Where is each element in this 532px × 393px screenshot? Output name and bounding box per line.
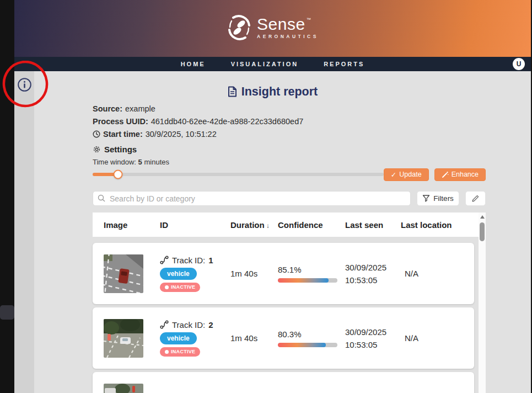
filter-funnel-icon	[422, 195, 430, 202]
col-last-location[interactable]: Last location	[401, 220, 479, 230]
category-badge[interactable]: vehicle	[160, 332, 197, 344]
id-cell: Track ID: 1 vehicle INACTIVE	[160, 256, 230, 292]
page-content: Insight report Source: example Process U…	[14, 71, 531, 393]
track-row-card[interactable]: Track ID: 2 vehicle INACTIVE 1m 40s 80.3…	[93, 307, 474, 369]
col-image[interactable]: Image	[104, 220, 160, 230]
last-location-cell: N/A	[401, 269, 474, 278]
clock-icon	[93, 130, 100, 138]
confidence-cell: 80.3%	[278, 330, 345, 347]
search-toolbar: Filters	[93, 191, 486, 206]
search-box	[93, 191, 411, 206]
route-track-icon	[160, 320, 169, 329]
col-confidence[interactable]: Confidence	[278, 220, 345, 230]
brand-name: Sense	[257, 15, 305, 33]
desktop-edge-thumb	[0, 305, 14, 320]
last-seen-date: 30/09/2025	[345, 326, 401, 338]
search-icon	[98, 194, 105, 204]
uuid-label: Process UUID:	[93, 117, 148, 126]
track-id-value: 2	[208, 320, 213, 330]
route-track-icon	[160, 256, 169, 264]
settings-heading: Settings	[93, 145, 137, 154]
tracks-table: Image ID Duration↓ Confidence Last seen …	[93, 213, 486, 393]
col-last-seen[interactable]: Last seen	[345, 220, 401, 230]
magic-wand-icon	[442, 171, 449, 178]
time-window-value: 5	[138, 158, 142, 166]
last-location-cell: N/A	[401, 333, 474, 343]
track-id-value: 1	[208, 256, 213, 265]
last-seen-time: 10:53:05	[345, 274, 401, 286]
id-cell: Track ID: 2 vehicle INACTIVE	[160, 320, 230, 357]
duration-cell: 1m 40s	[230, 333, 278, 343]
page-title: Insight report	[14, 85, 531, 100]
confidence-bar-fill	[278, 278, 329, 283]
nav-item-reports[interactable]: REPORTS	[324, 61, 364, 67]
hero-header: Sense ™ AERONAUTICS	[14, 0, 531, 57]
enhance-button[interactable]: Enhance	[434, 168, 486, 181]
uuid-value: 461ddb40-62ee-42de-a988-22c33d680ed7	[151, 117, 304, 126]
main-nav: HOME VISUALIZATION REPORTS U	[14, 57, 531, 71]
scroll-up-icon[interactable]	[480, 215, 485, 219]
edit-button[interactable]	[465, 191, 486, 206]
user-avatar[interactable]: U	[513, 58, 525, 70]
status-dot-icon	[165, 285, 169, 289]
status-dot-icon	[165, 350, 169, 354]
track-row-card[interactable]: Track ID: 3	[93, 372, 474, 393]
status-badge: INACTIVE	[160, 283, 200, 292]
confidence-value: 85.1%	[278, 265, 345, 274]
source-value: example	[125, 104, 155, 113]
time-window-slider[interactable]	[93, 173, 384, 176]
last-seen-cell: 30/09/2025 10:53:05	[345, 326, 401, 351]
brand-text: Sense ™ AERONAUTICS	[257, 15, 319, 39]
nav-item-visualization[interactable]: VISUALIZATION	[231, 61, 299, 67]
left-rail	[14, 71, 34, 393]
category-badge[interactable]: vehicle	[160, 268, 197, 280]
start-time-value: 30/9/2025, 10:51:22	[146, 130, 217, 139]
start-time-line: Start time: 30/9/2025, 10:51:22	[93, 128, 303, 140]
table-scrollbar[interactable]	[479, 213, 486, 393]
slider-thumb[interactable]	[113, 170, 122, 179]
last-seen-time: 10:53:05	[345, 338, 401, 351]
confidence-cell: 85.1%	[278, 265, 345, 283]
brand-trademark: ™	[307, 17, 311, 22]
sort-desc-icon: ↓	[266, 222, 270, 230]
last-seen-cell: 30/09/2025 10:53:05	[345, 261, 401, 286]
time-window-label: Time window: 5 minutes	[93, 158, 169, 166]
sense-logo-icon	[227, 14, 252, 41]
last-seen-date: 30/09/2025	[345, 261, 401, 274]
duration-cell: 1m 40s	[230, 269, 278, 278]
source-line: Source: example	[93, 102, 303, 115]
search-input[interactable]	[93, 191, 411, 206]
uuid-line: Process UUID: 461ddb40-62ee-42de-a988-22…	[93, 115, 303, 128]
track-id-line: Track ID: 2	[160, 320, 213, 330]
track-id-line: Track ID: 1	[160, 256, 213, 265]
check-icon: ✓	[391, 171, 396, 179]
table-header-row: Image ID Duration↓ Confidence Last seen …	[93, 213, 479, 237]
nav-item-home[interactable]: HOME	[181, 61, 206, 67]
start-time-label: Start time:	[103, 130, 143, 139]
track-thumbnail-image	[104, 319, 143, 358]
brand-subtitle: AERONAUTICS	[257, 34, 319, 39]
track-thumbnail-image	[104, 254, 143, 293]
app-window: Sense ™ AERONAUTICS HOME VISUALIZATION R…	[14, 0, 531, 393]
col-id[interactable]: ID	[160, 220, 230, 230]
confidence-bar	[278, 343, 337, 347]
pencil-icon	[471, 194, 480, 203]
confidence-bar-fill	[278, 343, 326, 347]
status-badge: INACTIVE	[160, 347, 200, 357]
update-button[interactable]: ✓ Update	[384, 168, 429, 181]
time-window-unit: minutes	[144, 158, 169, 166]
confidence-value: 80.3%	[278, 330, 345, 339]
track-thumbnail-image	[104, 384, 143, 393]
track-row-card[interactable]: Track ID: 1 vehicle INACTIVE 1m 40s 85.1…	[93, 243, 474, 304]
gear-icon	[93, 145, 101, 153]
col-duration[interactable]: Duration↓	[230, 220, 278, 230]
filters-button[interactable]: Filters	[417, 191, 459, 206]
settings-controls-row: ✓ Update Enhance	[93, 166, 486, 183]
source-label: Source:	[93, 104, 122, 113]
report-metadata: Source: example Process UUID: 461ddb40-6…	[93, 102, 303, 140]
confidence-bar	[278, 278, 337, 283]
brand-logo: Sense ™ AERONAUTICS	[227, 14, 319, 41]
scrollbar-thumb[interactable]	[480, 222, 485, 241]
report-document-icon	[228, 86, 237, 100]
